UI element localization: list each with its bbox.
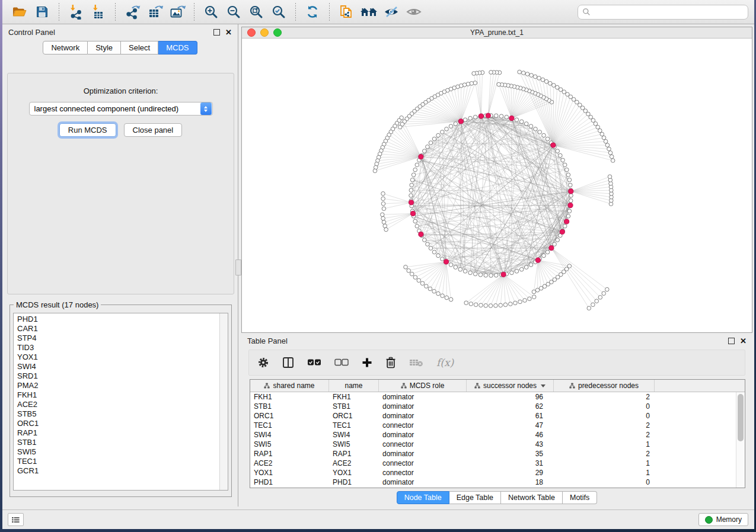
column-header-successor-nodes[interactable]: successor nodes [467,380,554,392]
close-panel-icon[interactable]: ✕ [225,30,232,35]
mcds-list-scrollbar[interactable] [219,313,228,490]
tab-edge-table[interactable]: Edge Table [449,491,501,504]
table-scrollbar[interactable] [736,392,745,488]
tab-mcds[interactable]: MCDS [158,41,197,55]
mcds-result-item[interactable]: SWI5 [17,447,224,457]
memory-button[interactable]: Memory [698,513,748,526]
table-row[interactable]: SWI5SWI5connector431 [250,440,745,449]
table-row[interactable]: STB1STB1dominator620 [250,402,745,411]
mcds-result-item[interactable]: STP4 [17,334,224,343]
delete-table-button[interactable] [409,358,423,367]
export-image-button[interactable] [167,2,187,22]
export-table-button[interactable] [145,2,165,22]
run-mcds-button[interactable]: Run MCDS [59,123,116,137]
zoom-selected-button[interactable] [269,2,289,22]
cell-successor-nodes: 35 [467,450,554,458]
mcds-result-item[interactable]: GCR1 [17,466,224,476]
import-table-button[interactable] [88,2,109,22]
column-header-predecessor-nodes[interactable]: predecessor nodes [554,380,655,392]
mcds-result-item[interactable]: ORC1 [17,419,224,428]
column-header-shared-name[interactable]: shared name [250,380,329,392]
select-all-rows-button[interactable] [307,358,321,367]
control-panel-title: Control Panel [8,28,55,37]
column-header-mcds-role[interactable]: MCDS role [379,380,467,392]
table-panel: Table Panel ✕ [241,333,752,507]
mcds-result-item[interactable]: FKH1 [17,390,224,400]
column-header-name[interactable]: name [329,380,379,392]
zoom-fit-button[interactable] [246,2,266,22]
mcds-result-item[interactable]: CAR1 [17,324,224,334]
cell-mcds-role: dominator [379,412,467,420]
plus-icon [362,357,372,368]
mcds-result-item[interactable]: PMA2 [17,381,224,390]
toggle-panel-split-button[interactable] [282,357,294,368]
table-row[interactable]: TEC1TEC1connector472 [250,421,745,430]
table-row[interactable]: YOX1YOX1connector291 [250,468,745,477]
mcds-result-item[interactable]: PHD1 [17,315,224,324]
float-panel-icon[interactable] [213,29,220,36]
close-table-panel-icon[interactable]: ✕ [740,338,747,344]
tab-network[interactable]: Network [43,41,88,55]
mcds-result-list[interactable]: PHD1CAR1STP4TID3YOX1SWI4SRD1PMA2FKH1ACE2… [13,313,228,491]
cell-mcds-role: dominator [379,393,467,401]
checked-boxes-icon [307,358,321,367]
float-table-panel-icon[interactable] [728,338,735,344]
zoom-in-button[interactable] [201,2,221,22]
column-type-icon [569,383,575,389]
import-network-button[interactable] [66,2,86,22]
network-canvas[interactable] [242,38,752,332]
column-type-icon [401,383,407,389]
mcds-result-item[interactable]: STB5 [17,409,224,419]
hide-selected-button[interactable] [381,2,401,22]
mcds-result-item[interactable]: TID3 [17,343,224,352]
delete-table-icon [409,358,423,367]
close-panel-button[interactable]: Close panel [124,123,183,137]
cell-mcds-role: dominator [379,450,467,458]
table-row[interactable]: ACE2ACE2connector311 [250,459,745,468]
table-row[interactable]: RAP1RAP1dominator352 [250,449,745,459]
cell-shared-name: YOX1 [250,469,329,477]
first-neighbors-button[interactable] [359,2,379,22]
tab-node-table[interactable]: Node Table [397,491,449,504]
save-session-button[interactable] [32,2,52,22]
cell-predecessor-nodes: 2 [554,431,655,439]
show-panel-menu-button[interactable] [8,513,24,526]
tab-network-table[interactable]: Network Table [501,491,563,504]
mcds-result-item[interactable]: YOX1 [17,352,224,362]
mcds-result-item[interactable]: RAP1 [17,428,224,438]
table-row[interactable]: FKH1FKH1dominator962 [250,392,745,402]
table-row[interactable]: ORC1ORC1dominator610 [250,411,745,421]
open-file-button[interactable] [9,2,30,22]
table-settings-button[interactable] [257,357,269,368]
cell-successor-nodes: 61 [467,412,554,420]
tab-style[interactable]: Style [88,41,121,55]
deselect-all-rows-button[interactable] [334,358,349,367]
table-scrollbar-thumb[interactable] [738,394,744,441]
search-input[interactable] [591,7,744,17]
table-panel-title: Table Panel [247,336,288,345]
apply-function-button[interactable]: f(x) [436,357,454,368]
tab-select[interactable]: Select [121,41,158,55]
delete-columns-button[interactable] [385,357,396,368]
optimization-criterion-label: Optimization criterion: [8,86,234,95]
app-window: Control Panel ✕ NetworkStyleSelectMCDS O… [2,0,754,529]
table-row[interactable]: SWI4SWI4dominator462 [250,430,745,440]
cell-name: ORC1 [329,412,379,420]
refresh-view-button[interactable] [302,2,323,22]
optimization-criterion-select[interactable]: largest connected component (undirected) [29,102,213,116]
show-all-button[interactable] [404,2,424,22]
import-network-icon [68,4,84,20]
mcds-result-item[interactable]: TEC1 [17,457,224,466]
mcds-result-item[interactable]: STB1 [17,438,224,447]
tab-motifs[interactable]: Motifs [563,491,597,504]
mcds-result-item[interactable]: SRD1 [17,371,224,381]
export-network-button[interactable] [122,2,142,22]
cell-name: TEC1 [329,421,379,430]
mcds-result-item[interactable]: SWI4 [17,362,224,371]
duplicate-network-button[interactable] [336,2,356,22]
add-column-button[interactable] [362,357,372,368]
mcds-result-item[interactable]: ACE2 [17,400,224,409]
table-row[interactable]: PHD1PHD1dominator180 [250,477,745,487]
zoom-out-button[interactable] [224,2,244,22]
panel-splitter-handle[interactable] [235,259,241,275]
